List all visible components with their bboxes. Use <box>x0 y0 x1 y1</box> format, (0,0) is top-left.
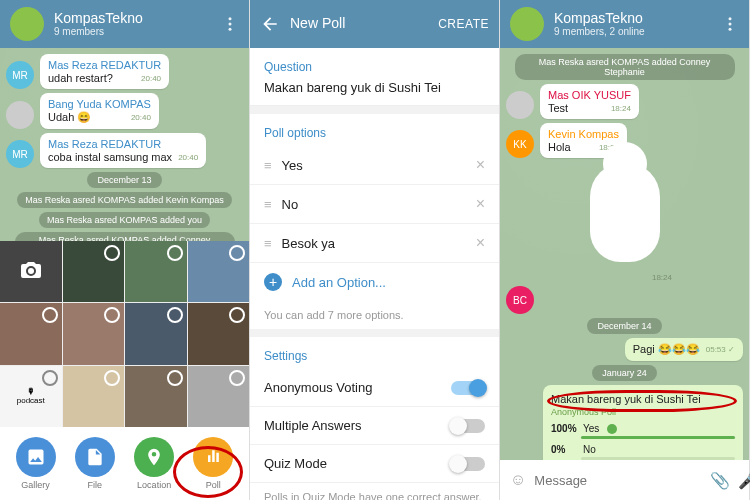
settings-label: Settings <box>250 337 499 369</box>
poll-title: New Poll <box>290 16 428 31</box>
avatar[interactable]: BC <box>506 286 534 314</box>
option-input[interactable]: No <box>282 197 466 212</box>
message-text: Udah 😄 <box>48 111 91 123</box>
avatar[interactable] <box>6 101 34 129</box>
attach-gallery[interactable]: Gallery <box>16 437 56 490</box>
emoji-icon[interactable]: ☺ <box>510 471 526 489</box>
panel-new-poll: New Poll CREATE Question Makan bareng yu… <box>250 0 500 500</box>
gallery-thumb[interactable] <box>125 303 187 365</box>
setting-row: Quiz Mode <box>250 445 499 483</box>
message-text: udah restart? <box>48 72 113 84</box>
attachment-sheet: 🎙podcast Gallery File Location Poll <box>0 241 249 501</box>
message-bubble[interactable]: Mas Reza REDAKTUR coba instal samsung ma… <box>40 133 206 168</box>
drag-handle-icon[interactable]: ≡ <box>264 158 272 173</box>
gallery-thumb[interactable] <box>63 241 125 303</box>
poll-result-option[interactable]: 100%Yes <box>551 423 735 439</box>
poll-result-option[interactable]: 0%No <box>551 444 735 460</box>
back-icon[interactable] <box>260 14 280 34</box>
attach-file[interactable]: File <box>75 437 115 490</box>
gallery-thumb[interactable] <box>0 303 62 365</box>
gallery-thumb[interactable]: 🎙podcast <box>0 366 62 428</box>
group-avatar[interactable] <box>510 7 544 41</box>
setting-label: Anonymous Voting <box>264 380 372 395</box>
chat-messages: MR Mas Reza REDAKTUR udah restart? 20:40… <box>0 48 249 241</box>
message-text: Hola <box>548 141 571 153</box>
setting-label: Multiple Answers <box>264 418 362 433</box>
gallery-thumb[interactable] <box>63 303 125 365</box>
gallery-thumb[interactable] <box>125 366 187 428</box>
chat-title: KompasTekno <box>54 11 211 26</box>
options-label: Poll options <box>250 114 499 146</box>
attach-poll[interactable]: Poll <box>193 437 233 490</box>
toggle-switch[interactable] <box>451 457 485 471</box>
drag-handle-icon[interactable]: ≡ <box>264 236 272 251</box>
message-bubble[interactable]: Pagi 😂😂😂05:53 ✓ <box>625 338 743 361</box>
camera-cell[interactable] <box>0 241 62 303</box>
message-input[interactable] <box>534 473 702 488</box>
gallery-thumb[interactable] <box>188 366 250 428</box>
message-bubble[interactable]: Mas OIK YUSUF Test 18:24 <box>540 84 639 119</box>
options-hint: You can add 7 more options. <box>250 301 499 329</box>
toggle-switch[interactable] <box>451 381 485 395</box>
chat-subtitle: 9 members, 2 online <box>554 26 711 37</box>
svg-point-4 <box>729 23 732 26</box>
question-input[interactable]: Makan bareng yuk di Sushi Tei <box>250 80 499 106</box>
panel-chat-result: KompasTekno 9 members, 2 online Mas Resk… <box>500 0 750 500</box>
chat-title: KompasTekno <box>554 11 711 26</box>
chat-header: KompasTekno 9 members <box>0 0 249 48</box>
add-option-button[interactable]: + Add an Option... <box>250 263 499 301</box>
gallery-thumb[interactable] <box>188 303 250 365</box>
poll-message[interactable]: Makan bareng yuk di Sushi Tei Anonymous … <box>543 385 743 460</box>
remove-option-icon[interactable]: × <box>476 156 485 174</box>
chat-header: KompasTekno 9 members, 2 online <box>500 0 749 48</box>
sender-name: Mas OIK YUSUF <box>548 89 631 101</box>
poll-header: New Poll CREATE <box>250 0 499 48</box>
poll-form: Question Makan bareng yuk di Sushi Tei P… <box>250 48 499 500</box>
option-input[interactable]: Besok ya <box>282 236 466 251</box>
svg-point-3 <box>729 17 732 20</box>
date-separator: December 14 <box>587 318 661 334</box>
message-bubble[interactable]: Mas Reza REDAKTUR udah restart? 20:40 <box>40 54 169 89</box>
gallery-grid: 🎙podcast <box>0 241 249 428</box>
remove-option-icon[interactable]: × <box>476 234 485 252</box>
remove-option-icon[interactable]: × <box>476 195 485 213</box>
avatar[interactable]: MR <box>6 140 34 168</box>
attach-location[interactable]: Location <box>134 437 174 490</box>
avatar[interactable]: MR <box>6 61 34 89</box>
message-input-bar: ☺ 📎 🎤 <box>500 460 749 500</box>
setting-row: Multiple Answers <box>250 407 499 445</box>
mic-icon[interactable]: 🎤 <box>738 471 750 490</box>
sticker[interactable]: 18:24 <box>570 162 680 282</box>
attach-icon[interactable]: 📎 <box>710 471 730 490</box>
svg-point-2 <box>229 28 232 31</box>
message-time: 20:40 <box>131 113 151 122</box>
question-label: Question <box>250 48 499 80</box>
message-time: 20:40 <box>178 153 198 162</box>
toggle-switch[interactable] <box>451 419 485 433</box>
system-message: Mas Reska asred KOMPAS added Kevin Kompa… <box>17 192 231 208</box>
chat-subtitle: 9 members <box>54 26 211 37</box>
message-bubble[interactable]: Bang Yuda KOMPAS Udah 😄 20:40 <box>40 93 159 129</box>
group-avatar[interactable] <box>10 7 44 41</box>
more-icon[interactable] <box>721 15 739 33</box>
message-time: 18:24 <box>611 104 631 113</box>
message-text: Test <box>548 102 568 114</box>
sender-name: Bang Yuda KOMPAS <box>48 98 151 110</box>
svg-point-0 <box>229 17 232 20</box>
panel-chat-attach: KompasTekno 9 members MR Mas Reza REDAKT… <box>0 0 250 500</box>
poll-option-row: ≡ No × <box>250 185 499 224</box>
system-message: Mas Reska asred KOMPAS added Conney Step… <box>15 232 235 241</box>
drag-handle-icon[interactable]: ≡ <box>264 197 272 212</box>
sender-name: Kevin Kompas <box>548 128 619 140</box>
gallery-thumb[interactable] <box>63 366 125 428</box>
avatar[interactable] <box>506 91 534 119</box>
more-icon[interactable] <box>221 15 239 33</box>
chat-messages: Mas Reska asred KOMPAS added Conney Step… <box>500 48 749 460</box>
gallery-thumb[interactable] <box>188 241 250 303</box>
option-input[interactable]: Yes <box>282 158 466 173</box>
date-separator: January 24 <box>592 365 657 381</box>
avatar[interactable]: KK <box>506 130 534 158</box>
plus-icon: + <box>264 273 282 291</box>
create-button[interactable]: CREATE <box>438 17 489 31</box>
gallery-thumb[interactable] <box>125 241 187 303</box>
